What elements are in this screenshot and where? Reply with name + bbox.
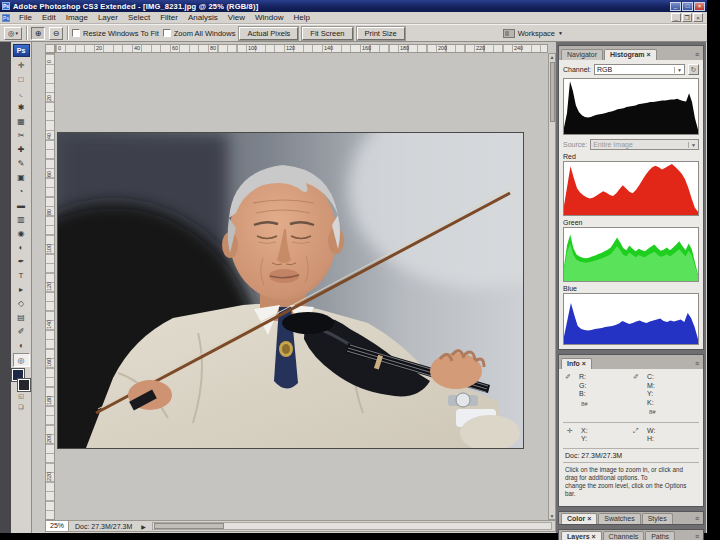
crop-tool[interactable]: ▦ bbox=[13, 115, 30, 129]
tool-hint-text: Click on the image to zoom in, or click … bbox=[563, 463, 699, 506]
marquee-tool[interactable]: □ bbox=[13, 73, 30, 87]
ruler-number: 100 bbox=[46, 244, 52, 253]
menu-layer[interactable]: Layer bbox=[93, 13, 123, 22]
print-size-button[interactable]: Print Size bbox=[357, 27, 405, 40]
path-selection-tool[interactable]: ▸ bbox=[13, 283, 30, 297]
zoom-tool-preset[interactable]: ◎ ▾ bbox=[4, 27, 22, 40]
menu-help[interactable]: Help bbox=[288, 13, 314, 22]
status-menu-arrow-icon[interactable]: ▶ bbox=[138, 523, 149, 530]
app-icon: Ps bbox=[2, 2, 10, 10]
green-histogram bbox=[563, 227, 699, 282]
uncached-refresh-icon[interactable]: ↻ bbox=[688, 64, 699, 75]
scroll-down-icon[interactable]: ▼ bbox=[550, 513, 555, 519]
bit-depth-left[interactable]: 8# bbox=[579, 399, 590, 410]
background-color-swatch[interactable] bbox=[18, 379, 30, 391]
doc-minimize-button[interactable]: _ bbox=[671, 13, 681, 22]
pen-tool[interactable]: ✒ bbox=[13, 255, 30, 269]
divider bbox=[67, 26, 68, 40]
zoom-in-button[interactable]: ⊕ bbox=[31, 27, 45, 40]
ruler-number: 120 bbox=[46, 282, 52, 291]
ruler-number: 220 bbox=[46, 472, 52, 481]
resize-windows-checkbox[interactable]: Resize Windows To Fit bbox=[72, 29, 159, 38]
panel-menu-icon[interactable]: ≡ bbox=[693, 360, 701, 369]
x-label: X: bbox=[581, 427, 588, 436]
workspace-dropdown[interactable]: Workspace ▼ bbox=[503, 29, 703, 38]
chevron-down-icon: ▾ bbox=[16, 30, 19, 36]
bit-depth-right[interactable]: 8# bbox=[647, 407, 658, 418]
horizontal-scrollbar[interactable] bbox=[152, 522, 552, 530]
tab-color[interactable]: Color × bbox=[561, 513, 597, 524]
history-brush-tool[interactable]: ◔ bbox=[13, 185, 30, 199]
menu-analysis[interactable]: Analysis bbox=[183, 13, 223, 22]
channel-value: RGB bbox=[597, 66, 612, 73]
menu-view[interactable]: View bbox=[223, 13, 250, 22]
channel-select[interactable]: RGB ▼ bbox=[594, 64, 685, 75]
move-tool[interactable]: ✛ bbox=[13, 59, 30, 73]
magic-wand-tool[interactable]: ✱ bbox=[13, 101, 30, 115]
eyedropper-tool[interactable]: ✐ bbox=[13, 325, 30, 339]
hint-line-2: change the zoom level, click on the Opti… bbox=[565, 482, 686, 497]
c-label: C: bbox=[647, 373, 658, 382]
scrollbar-thumb[interactable] bbox=[154, 523, 224, 529]
actual-pixels-button[interactable]: Actual Pixels bbox=[239, 27, 298, 40]
ruler-number: 220 bbox=[476, 45, 485, 51]
canvas-area[interactable] bbox=[55, 53, 548, 520]
quick-mask-button[interactable]: ◱ bbox=[13, 391, 30, 402]
fit-screen-button[interactable]: Fit Screen bbox=[302, 27, 352, 40]
ruler-number: 60 bbox=[46, 171, 52, 177]
menu-filter[interactable]: Filter bbox=[155, 13, 183, 22]
palette-dock: NavigatorHistogram × ≡ Channel: RGB ▼ ↻ bbox=[556, 42, 706, 533]
menu-window[interactable]: Window bbox=[250, 13, 288, 22]
source-select[interactable]: Entire Image ▼ bbox=[590, 139, 699, 150]
tab-histogram[interactable]: Histogram × bbox=[604, 49, 657, 60]
lasso-tool[interactable]: ◟ bbox=[13, 87, 30, 101]
tab-styles[interactable]: Styles bbox=[642, 513, 673, 524]
tab-paths[interactable]: Paths bbox=[645, 531, 675, 540]
notes-tool[interactable]: ▤ bbox=[13, 311, 30, 325]
tab-swatches[interactable]: Swatches bbox=[598, 513, 640, 524]
blur-tool[interactable]: ◉ bbox=[13, 227, 30, 241]
tab-info[interactable]: Info × bbox=[561, 358, 592, 369]
ruler-number: 0 bbox=[46, 60, 52, 63]
slice-tool[interactable]: ✂ bbox=[13, 129, 30, 143]
zoom-out-button[interactable]: ⊖ bbox=[49, 27, 63, 40]
minimize-button[interactable]: _ bbox=[670, 2, 681, 11]
doc-close-button[interactable]: × bbox=[693, 13, 703, 22]
ruler-number: 40 bbox=[46, 133, 52, 139]
type-tool[interactable]: T bbox=[13, 269, 30, 283]
tab-channels[interactable]: Channels bbox=[603, 531, 645, 540]
menu-image[interactable]: Image bbox=[61, 13, 93, 22]
color-palette-group: Color ×SwatchesStyles ≡ bbox=[558, 511, 704, 525]
scrollbar-thumb[interactable] bbox=[550, 62, 555, 122]
doc-restore-button[interactable]: ❐ bbox=[682, 13, 692, 22]
close-button[interactable]: × bbox=[694, 2, 705, 11]
ruler-number: 80 bbox=[210, 45, 216, 51]
panel-menu-icon[interactable]: ≡ bbox=[693, 515, 701, 524]
scroll-up-icon[interactable]: ▲ bbox=[550, 54, 555, 60]
brush-tool[interactable]: ✎ bbox=[13, 157, 30, 171]
tab-layers[interactable]: Layers × bbox=[561, 531, 602, 540]
zoom-all-checkbox[interactable]: Zoom All Windows bbox=[163, 29, 236, 38]
tab-navigator[interactable]: Navigator bbox=[561, 49, 603, 60]
menu-file[interactable]: File bbox=[14, 13, 37, 22]
k-label: K: bbox=[647, 399, 658, 408]
vertical-scrollbar[interactable]: ▲ ▼ bbox=[548, 53, 556, 520]
desktop-strip bbox=[0, 42, 11, 533]
maximize-button[interactable]: □ bbox=[682, 2, 693, 11]
zoom-level-field[interactable]: 25% bbox=[46, 521, 69, 531]
shape-tool[interactable]: ◇ bbox=[13, 297, 30, 311]
gradient-tool[interactable]: ▥ bbox=[13, 213, 30, 227]
panel-menu-icon[interactable]: ≡ bbox=[693, 533, 701, 540]
panel-menu-icon[interactable]: ≡ bbox=[693, 51, 701, 60]
healing-brush-tool[interactable]: ✚ bbox=[13, 143, 30, 157]
menu-select[interactable]: Select bbox=[123, 13, 155, 22]
zoom-tool[interactable]: ◎ bbox=[13, 353, 30, 367]
dodge-tool[interactable]: ◐ bbox=[13, 241, 30, 255]
screen-mode-button[interactable]: ❏ bbox=[13, 402, 30, 413]
eraser-tool[interactable]: ▬ bbox=[13, 199, 30, 213]
image-canvas[interactable] bbox=[57, 132, 524, 449]
clone-stamp-tool[interactable]: ▣ bbox=[13, 171, 30, 185]
hand-tool[interactable]: ◖ bbox=[13, 339, 30, 353]
menu-edit[interactable]: Edit bbox=[37, 13, 61, 22]
toolbox: Ps ✛□◟✱▦✂✚✎▣◔▬▥◉◐✒T▸◇▤✐◖◎ ◱ ❏ bbox=[11, 42, 32, 533]
